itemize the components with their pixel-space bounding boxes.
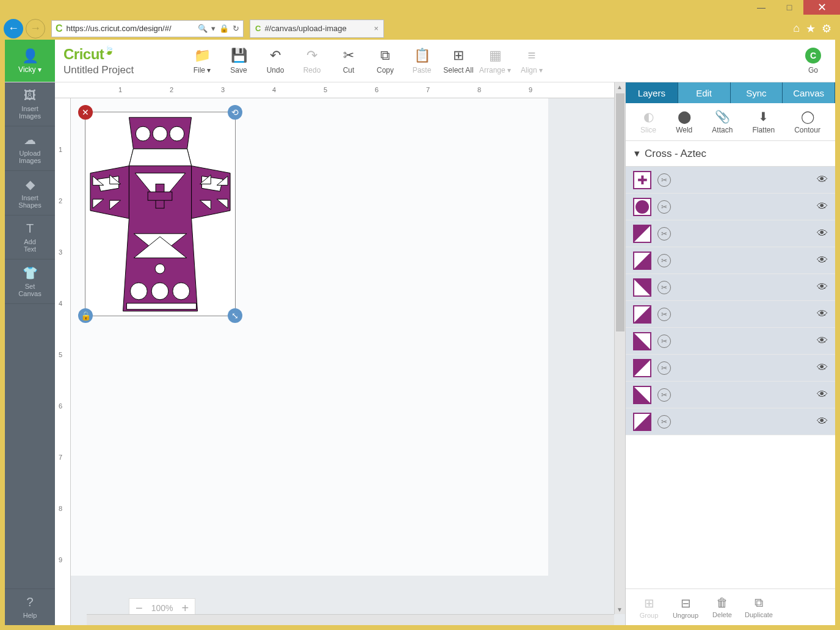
layer-swatch[interactable] xyxy=(633,252,651,270)
tab-canvas[interactable]: Canvas xyxy=(783,82,835,103)
set-canvas-icon: 👕 xyxy=(23,266,38,280)
redo-button: ↷Redo xyxy=(295,43,329,79)
sidebar-insert-shapes[interactable]: ◆InsertShapes xyxy=(5,171,55,215)
copy-button[interactable]: ⧉Copy xyxy=(368,43,402,79)
tab-layers[interactable]: Layers xyxy=(626,82,678,103)
horizontal-ruler: 123456789 xyxy=(55,82,625,98)
visibility-icon[interactable]: 👁 xyxy=(817,335,828,347)
home-icon[interactable]: ⌂ xyxy=(793,22,800,35)
window-maximize[interactable]: □ xyxy=(775,0,803,15)
layer-swatch[interactable]: ✚ xyxy=(633,171,651,189)
layer-row[interactable]: ✂👁 xyxy=(626,382,835,408)
window-close[interactable]: ✕ xyxy=(803,0,840,15)
project-title[interactable]: Untitled Project xyxy=(63,64,172,76)
window-minimize[interactable]: — xyxy=(747,0,775,15)
selected-object[interactable]: ✕ ⟲ 🔒 ⤡ xyxy=(85,112,236,316)
lock-handle[interactable]: 🔒 xyxy=(78,308,93,323)
visibility-icon[interactable]: 👁 xyxy=(817,254,828,267)
sidebar-set-canvas[interactable]: 👕SetCanvas xyxy=(5,259,55,304)
scissors-icon[interactable]: ✂ xyxy=(657,281,671,294)
visibility-icon[interactable]: 👁 xyxy=(817,173,828,186)
layer-row[interactable]: ✂👁 xyxy=(626,328,835,355)
scroll-thumb[interactable] xyxy=(616,93,625,331)
scale-handle[interactable]: ⤡ xyxy=(228,308,242,323)
attach-button[interactable]: 📎Attach xyxy=(712,109,733,134)
horizontal-scrollbar[interactable] xyxy=(87,614,614,625)
layer-row[interactable]: ✂👁 xyxy=(626,355,835,382)
layer-swatch[interactable] xyxy=(633,359,651,377)
tab-close-icon[interactable]: × xyxy=(374,24,378,33)
layer-row[interactable]: ✂👁 xyxy=(626,247,835,274)
scissors-icon[interactable]: ✂ xyxy=(657,254,671,267)
url-dropdown-icon[interactable]: ▾ xyxy=(211,24,215,33)
layer-swatch[interactable] xyxy=(633,278,651,297)
canvas-area[interactable]: ✕ ⟲ 🔒 ⤡ − 100% + ▶ xyxy=(71,98,625,625)
cut-button[interactable]: ✂Cut xyxy=(331,43,366,79)
scissors-icon[interactable]: ✂ xyxy=(657,361,671,375)
duplicate-button[interactable]: ⧉Duplicate xyxy=(742,596,776,618)
ungroup-button[interactable]: ⊟Ungroup xyxy=(668,596,703,619)
address-bar[interactable]: C 🔍 ▾ 🔒 ↻ xyxy=(51,20,244,37)
zoom-in-button[interactable]: + xyxy=(182,601,189,615)
selectall-button[interactable]: ⊞Select All xyxy=(441,43,476,79)
layer-row[interactable]: ✂👁 xyxy=(626,194,835,220)
visibility-icon[interactable]: 👁 xyxy=(817,415,828,428)
file-button[interactable]: 📁File ▾ xyxy=(185,43,219,79)
weld-button[interactable]: ⬤Weld xyxy=(676,109,692,134)
layer-swatch[interactable] xyxy=(633,386,651,404)
delete-button[interactable]: 🗑Delete xyxy=(705,596,739,618)
visibility-icon[interactable]: 👁 xyxy=(817,361,828,374)
scissors-icon[interactable]: ✂ xyxy=(657,388,671,402)
scissors-icon[interactable]: ✂ xyxy=(657,335,671,348)
scissors-icon[interactable]: ✂ xyxy=(657,173,671,187)
svg-point-2 xyxy=(170,126,184,141)
sidebar-help[interactable]: ?Help xyxy=(5,588,55,625)
visibility-icon[interactable]: 👁 xyxy=(817,308,828,320)
delete-handle[interactable]: ✕ xyxy=(78,105,93,120)
browser-back-button[interactable]: ← xyxy=(4,19,23,38)
tab-sync[interactable]: Sync xyxy=(731,82,783,103)
save-button[interactable]: 💾Save xyxy=(222,43,256,79)
visibility-icon[interactable]: 👁 xyxy=(817,388,828,401)
layer-group-header[interactable]: ▾ Cross - Aztec xyxy=(626,141,835,167)
url-input[interactable] xyxy=(67,24,194,33)
layer-row[interactable]: ✂👁 xyxy=(626,220,835,247)
rotate-handle[interactable]: ⟲ xyxy=(228,105,242,120)
browser-tab[interactable]: C #/canvas/upload-image × xyxy=(250,20,384,38)
visibility-icon[interactable]: 👁 xyxy=(817,227,828,240)
flatten-button[interactable]: ⬇Flatten xyxy=(752,109,775,134)
layer-swatch[interactable] xyxy=(633,413,651,431)
layer-swatch[interactable] xyxy=(633,225,651,243)
layer-row[interactable]: ✂👁 xyxy=(626,301,835,328)
ruler-tick: 6 xyxy=(59,402,62,410)
undo-button[interactable]: ↶Undo xyxy=(258,43,292,79)
scissors-icon[interactable]: ✂ xyxy=(657,308,671,321)
layer-swatch[interactable] xyxy=(633,332,651,350)
visibility-icon[interactable]: 👁 xyxy=(817,281,828,294)
sidebar-insert-images[interactable]: 🖼InsertImages xyxy=(5,82,55,126)
vertical-scrollbar[interactable] xyxy=(614,82,625,614)
layer-row[interactable]: ✂👁 xyxy=(626,408,835,435)
go-button[interactable]: CGo xyxy=(796,43,830,79)
sidebar-add-text[interactable]: TAddText xyxy=(5,215,55,259)
layer-row[interactable]: ✚✂👁 xyxy=(626,167,835,194)
contour-button[interactable]: ◯Contour xyxy=(794,109,820,134)
refresh-icon[interactable]: ↻ xyxy=(233,24,239,33)
tab-edit[interactable]: Edit xyxy=(678,82,731,103)
sidebar-upload-images[interactable]: ☁UploadImages xyxy=(5,126,55,171)
settings-icon[interactable]: ⚙ xyxy=(822,22,831,35)
layer-row[interactable]: ✂👁 xyxy=(626,274,835,301)
svg-point-1 xyxy=(153,126,167,141)
scissors-icon[interactable]: ✂ xyxy=(657,415,671,429)
visibility-icon[interactable]: 👁 xyxy=(817,200,828,213)
search-icon[interactable]: 🔍 xyxy=(198,24,208,33)
browser-forward-button[interactable]: → xyxy=(26,19,45,38)
zoom-out-button[interactable]: − xyxy=(136,601,143,615)
layer-swatch[interactable] xyxy=(633,305,651,324)
user-menu[interactable]: 👤 Vicky ▾ xyxy=(5,40,55,82)
collapse-icon[interactable]: ▾ xyxy=(634,147,640,160)
layer-swatch[interactable] xyxy=(633,198,651,216)
scissors-icon[interactable]: ✂ xyxy=(657,200,671,214)
scissors-icon[interactable]: ✂ xyxy=(657,227,671,241)
favorites-icon[interactable]: ★ xyxy=(806,22,816,35)
